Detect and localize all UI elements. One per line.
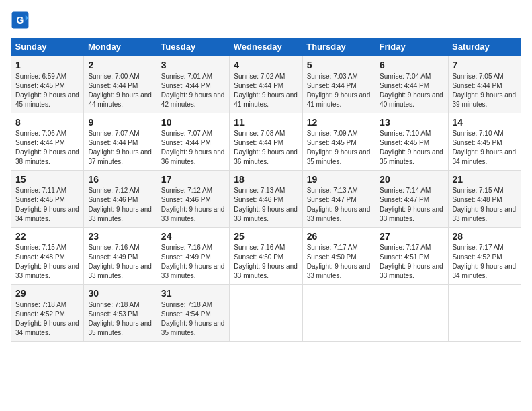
day-info: Sunrise: 7:18 AM Sunset: 4:52 PM Dayligh…	[15, 300, 79, 338]
calendar-week-2: 8 Sunrise: 7:06 AM Sunset: 4:44 PM Dayli…	[11, 113, 521, 171]
day-info: Sunrise: 7:13 AM Sunset: 4:47 PM Dayligh…	[307, 186, 371, 224]
day-info: Sunrise: 7:10 AM Sunset: 4:45 PM Dayligh…	[453, 129, 517, 167]
calendar-cell: 11 Sunrise: 7:08 AM Sunset: 4:44 PM Dayl…	[230, 113, 302, 171]
day-info: Sunrise: 7:10 AM Sunset: 4:45 PM Dayligh…	[380, 129, 443, 167]
calendar-cell: 25 Sunrise: 7:16 AM Sunset: 4:50 PM Dayl…	[230, 228, 302, 285]
calendar-cell: 4 Sunrise: 7:02 AM Sunset: 4:44 PM Dayli…	[230, 56, 302, 113]
calendar-cell: 2 Sunrise: 7:00 AM Sunset: 4:44 PM Dayli…	[84, 56, 157, 113]
day-info: Sunrise: 7:12 AM Sunset: 4:46 PM Dayligh…	[88, 186, 152, 224]
calendar-week-3: 15 Sunrise: 7:11 AM Sunset: 4:45 PM Dayl…	[11, 171, 521, 228]
day-info: Sunrise: 7:18 AM Sunset: 4:53 PM Dayligh…	[88, 300, 152, 338]
day-number: 31	[161, 288, 225, 299]
calendar-cell: 5 Sunrise: 7:03 AM Sunset: 4:44 PM Dayli…	[302, 56, 375, 113]
calendar-cell: 6 Sunrise: 7:04 AM Sunset: 4:44 PM Dayli…	[375, 56, 448, 113]
calendar-cell: 7 Sunrise: 7:05 AM Sunset: 4:44 PM Dayli…	[448, 56, 521, 113]
day-number: 8	[15, 117, 79, 128]
day-number: 1	[15, 60, 79, 71]
calendar-cell: 30 Sunrise: 7:18 AM Sunset: 4:53 PM Dayl…	[84, 285, 157, 342]
day-number: 13	[380, 117, 443, 128]
day-info: Sunrise: 7:06 AM Sunset: 4:44 PM Dayligh…	[15, 129, 79, 167]
day-number: 2	[88, 60, 152, 71]
weekday-header-wednesday: Wednesday	[230, 38, 302, 56]
day-info: Sunrise: 7:17 AM Sunset: 4:51 PM Dayligh…	[380, 243, 443, 281]
day-number: 25	[234, 231, 298, 242]
calendar-cell: 22 Sunrise: 7:15 AM Sunset: 4:48 PM Dayl…	[11, 228, 84, 285]
weekday-header-monday: Monday	[84, 38, 157, 56]
svg-text:G: G	[17, 15, 24, 26]
day-info: Sunrise: 7:07 AM Sunset: 4:44 PM Dayligh…	[88, 129, 152, 167]
calendar-cell: 28 Sunrise: 7:17 AM Sunset: 4:52 PM Dayl…	[448, 228, 521, 285]
calendar-cell: 16 Sunrise: 7:12 AM Sunset: 4:46 PM Dayl…	[84, 171, 157, 228]
weekday-header-saturday: Saturday	[448, 38, 521, 56]
day-number: 30	[88, 288, 152, 299]
day-number: 23	[88, 231, 152, 242]
page-header: G	[11, 11, 521, 30]
day-number: 4	[234, 60, 298, 71]
day-number: 27	[380, 231, 443, 242]
day-info: Sunrise: 6:59 AM Sunset: 4:45 PM Dayligh…	[15, 72, 79, 109]
day-info: Sunrise: 7:03 AM Sunset: 4:44 PM Dayligh…	[307, 72, 371, 109]
day-number: 29	[15, 288, 79, 299]
calendar-cell: 10 Sunrise: 7:07 AM Sunset: 4:44 PM Dayl…	[157, 113, 229, 171]
calendar-cell: 13 Sunrise: 7:10 AM Sunset: 4:45 PM Dayl…	[375, 113, 448, 171]
day-info: Sunrise: 7:16 AM Sunset: 4:50 PM Dayligh…	[234, 243, 298, 281]
calendar-cell: 8 Sunrise: 7:06 AM Sunset: 4:44 PM Dayli…	[11, 113, 84, 171]
day-number: 24	[161, 231, 225, 242]
calendar-cell: 9 Sunrise: 7:07 AM Sunset: 4:44 PM Dayli…	[84, 113, 157, 171]
day-info: Sunrise: 7:02 AM Sunset: 4:44 PM Dayligh…	[234, 72, 298, 109]
day-number: 6	[380, 60, 443, 71]
day-number: 10	[161, 117, 225, 128]
day-info: Sunrise: 7:01 AM Sunset: 4:44 PM Dayligh…	[161, 72, 225, 109]
day-info: Sunrise: 7:04 AM Sunset: 4:44 PM Dayligh…	[380, 72, 443, 109]
calendar-cell: 1 Sunrise: 6:59 AM Sunset: 4:45 PM Dayli…	[11, 56, 84, 113]
calendar-table: SundayMondayTuesdayWednesdayThursdayFrid…	[11, 38, 521, 342]
logo: G	[11, 11, 32, 30]
calendar-cell	[375, 285, 448, 342]
calendar-cell	[230, 285, 302, 342]
calendar-cell: 24 Sunrise: 7:16 AM Sunset: 4:49 PM Dayl…	[157, 228, 229, 285]
calendar-cell: 23 Sunrise: 7:16 AM Sunset: 4:49 PM Dayl…	[84, 228, 157, 285]
day-info: Sunrise: 7:09 AM Sunset: 4:45 PM Dayligh…	[307, 129, 371, 167]
day-number: 5	[307, 60, 371, 71]
day-number: 7	[453, 60, 517, 71]
calendar-cell: 27 Sunrise: 7:17 AM Sunset: 4:51 PM Dayl…	[375, 228, 448, 285]
day-info: Sunrise: 7:14 AM Sunset: 4:47 PM Dayligh…	[380, 186, 443, 224]
day-info: Sunrise: 7:13 AM Sunset: 4:46 PM Dayligh…	[234, 186, 298, 224]
day-number: 21	[453, 174, 517, 185]
calendar-week-1: 1 Sunrise: 6:59 AM Sunset: 4:45 PM Dayli…	[11, 56, 521, 113]
day-info: Sunrise: 7:15 AM Sunset: 4:48 PM Dayligh…	[453, 186, 517, 224]
day-info: Sunrise: 7:05 AM Sunset: 4:44 PM Dayligh…	[453, 72, 517, 109]
day-info: Sunrise: 7:11 AM Sunset: 4:45 PM Dayligh…	[15, 186, 79, 224]
day-number: 18	[234, 174, 298, 185]
day-number: 19	[307, 174, 371, 185]
day-info: Sunrise: 7:00 AM Sunset: 4:44 PM Dayligh…	[88, 72, 152, 109]
day-info: Sunrise: 7:12 AM Sunset: 4:46 PM Dayligh…	[161, 186, 225, 224]
day-number: 20	[380, 174, 443, 185]
day-number: 3	[161, 60, 225, 71]
calendar-cell: 12 Sunrise: 7:09 AM Sunset: 4:45 PM Dayl…	[302, 113, 375, 171]
day-number: 15	[15, 174, 79, 185]
weekday-header-friday: Friday	[375, 38, 448, 56]
calendar-week-5: 29 Sunrise: 7:18 AM Sunset: 4:52 PM Dayl…	[11, 285, 521, 342]
weekday-header-tuesday: Tuesday	[157, 38, 229, 56]
day-info: Sunrise: 7:07 AM Sunset: 4:44 PM Dayligh…	[161, 129, 225, 167]
calendar-cell: 26 Sunrise: 7:17 AM Sunset: 4:50 PM Dayl…	[302, 228, 375, 285]
calendar-cell: 3 Sunrise: 7:01 AM Sunset: 4:44 PM Dayli…	[157, 56, 229, 113]
calendar-cell: 15 Sunrise: 7:11 AM Sunset: 4:45 PM Dayl…	[11, 171, 84, 228]
day-info: Sunrise: 7:16 AM Sunset: 4:49 PM Dayligh…	[88, 243, 152, 281]
day-info: Sunrise: 7:17 AM Sunset: 4:52 PM Dayligh…	[453, 243, 517, 281]
day-number: 9	[88, 117, 152, 128]
day-info: Sunrise: 7:17 AM Sunset: 4:50 PM Dayligh…	[307, 243, 371, 281]
day-info: Sunrise: 7:16 AM Sunset: 4:49 PM Dayligh…	[161, 243, 225, 281]
weekday-header-thursday: Thursday	[302, 38, 375, 56]
day-number: 28	[453, 231, 517, 242]
day-info: Sunrise: 7:08 AM Sunset: 4:44 PM Dayligh…	[234, 129, 298, 167]
calendar-cell: 20 Sunrise: 7:14 AM Sunset: 4:47 PM Dayl…	[375, 171, 448, 228]
day-number: 14	[453, 117, 517, 128]
calendar-cell: 29 Sunrise: 7:18 AM Sunset: 4:52 PM Dayl…	[11, 285, 84, 342]
day-number: 11	[234, 117, 298, 128]
calendar-week-4: 22 Sunrise: 7:15 AM Sunset: 4:48 PM Dayl…	[11, 228, 521, 285]
calendar-cell	[448, 285, 521, 342]
day-number: 16	[88, 174, 152, 185]
calendar-cell: 31 Sunrise: 7:18 AM Sunset: 4:54 PM Dayl…	[157, 285, 229, 342]
